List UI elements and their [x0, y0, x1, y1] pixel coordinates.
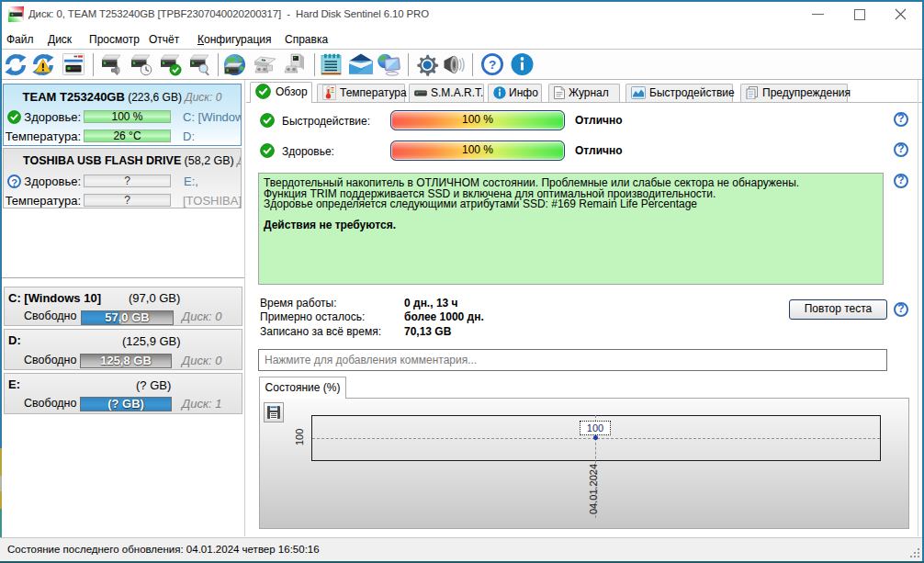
svg-text:?: ? — [489, 58, 496, 72]
